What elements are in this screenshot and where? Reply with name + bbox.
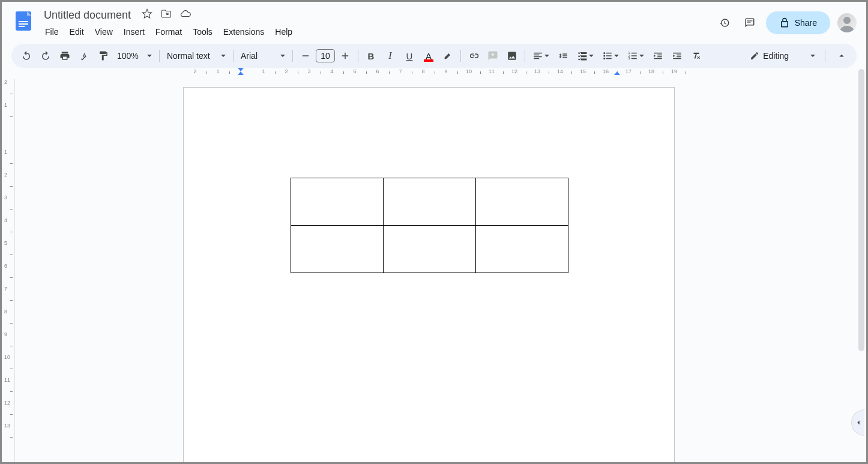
increase-font-size-button[interactable] <box>336 47 354 65</box>
align-button[interactable] <box>529 47 553 65</box>
add-comment-button[interactable] <box>484 47 502 65</box>
document-table[interactable] <box>291 178 568 273</box>
menu-view[interactable]: View <box>90 25 118 39</box>
menu-file[interactable]: File <box>40 25 64 39</box>
document-canvas[interactable] <box>15 79 866 462</box>
paragraph-style-select[interactable]: Normal text <box>163 51 229 61</box>
horizontal-ruler[interactable]: 2112345678910111213141516171819 <box>26 68 866 77</box>
checklist-button[interactable] <box>573 47 597 65</box>
separator <box>825 50 825 62</box>
header-right: Share <box>716 11 857 34</box>
title-icons <box>142 8 191 22</box>
ruler-number: 6 <box>376 68 379 74</box>
zoom-select[interactable]: 100% <box>113 51 155 61</box>
mode-select[interactable]: Editing <box>744 51 821 61</box>
svg-point-6 <box>843 17 851 24</box>
font-select[interactable]: Arial <box>237 51 289 61</box>
decrease-indent-button[interactable] <box>649 47 667 65</box>
svg-rect-4 <box>747 20 752 21</box>
table-cell[interactable] <box>291 226 384 273</box>
share-label: Share <box>795 18 817 28</box>
svg-rect-7 <box>303 55 309 56</box>
history-icon[interactable] <box>716 14 734 32</box>
svg-rect-5 <box>747 22 750 23</box>
bold-button[interactable]: B <box>362 47 380 65</box>
svg-rect-20 <box>631 55 637 56</box>
ruler-number: 7 <box>4 286 7 292</box>
move-icon[interactable] <box>161 8 172 22</box>
font-size-input[interactable] <box>316 49 335 62</box>
star-icon[interactable] <box>142 8 152 22</box>
numbered-list-button[interactable]: 123 <box>624 47 648 65</box>
vertical-ruler[interactable]: 2112345678910111213 <box>2 79 15 462</box>
ruler-number: 9 <box>444 68 447 74</box>
underline-button[interactable]: U <box>400 47 418 65</box>
separator <box>460 50 461 62</box>
vertical-scrollbar[interactable] <box>858 69 864 441</box>
svg-rect-9 <box>345 53 346 59</box>
pencil-icon <box>750 51 759 61</box>
ruler-number: 5 <box>353 68 356 74</box>
bulleted-list-button[interactable] <box>598 47 622 65</box>
table-cell[interactable] <box>384 226 476 273</box>
table-cell[interactable] <box>384 178 476 226</box>
paint-format-button[interactable] <box>94 47 112 65</box>
decrease-font-size-button[interactable] <box>297 47 315 65</box>
chevron-down-icon <box>589 55 594 57</box>
menu-tools[interactable]: Tools <box>188 25 217 39</box>
ruler-number: 15 <box>580 68 586 74</box>
ruler-number: 5 <box>4 240 7 246</box>
collapse-toolbar-button[interactable] <box>833 47 851 65</box>
insert-image-button[interactable] <box>503 47 521 65</box>
menu-edit[interactable]: Edit <box>65 25 89 39</box>
menu-extensions[interactable]: Extensions <box>219 25 269 39</box>
svg-rect-19 <box>631 53 637 54</box>
spellcheck-button[interactable] <box>75 47 93 65</box>
menu-help[interactable]: Help <box>270 25 297 39</box>
chevron-down-icon <box>147 55 152 57</box>
menu-insert[interactable]: Insert <box>119 25 149 39</box>
insert-link-button[interactable] <box>465 47 483 65</box>
scrollbar-thumb[interactable] <box>858 69 864 351</box>
italic-button[interactable]: I <box>381 47 399 65</box>
chevron-down-icon <box>221 55 226 57</box>
share-button[interactable]: Share <box>766 11 830 34</box>
ruler-number: 7 <box>399 68 402 74</box>
ruler-number: 13 <box>4 423 10 429</box>
ruler-number: 6 <box>4 263 7 269</box>
text-color-button[interactable]: A <box>420 47 438 65</box>
highlight-color-button[interactable] <box>439 47 457 65</box>
table-cell[interactable] <box>476 178 568 226</box>
document-title[interactable]: Untitled document <box>40 8 134 23</box>
ruler-number: 1 <box>262 68 265 74</box>
increase-indent-button[interactable] <box>668 47 686 65</box>
ruler-number: 2 <box>4 79 7 85</box>
ruler-number: 11 <box>489 68 495 74</box>
menu-format[interactable]: Format <box>151 25 187 39</box>
undo-button[interactable] <box>17 47 35 65</box>
cloud-status-icon[interactable] <box>180 8 191 22</box>
ruler-number: 12 <box>4 400 10 406</box>
separator <box>159 50 160 62</box>
title-row: Untitled document <box>40 7 716 23</box>
svg-rect-14 <box>606 55 612 56</box>
separator <box>358 50 358 62</box>
ruler-number: 10 <box>466 68 472 74</box>
document-page[interactable] <box>183 87 675 462</box>
svg-rect-1 <box>19 21 28 22</box>
table-cell[interactable] <box>476 226 568 273</box>
docs-logo-icon[interactable] <box>11 9 35 33</box>
chevron-down-icon <box>280 55 285 57</box>
clear-formatting-button[interactable] <box>687 47 705 65</box>
print-button[interactable] <box>56 47 74 65</box>
table-cell[interactable] <box>291 178 384 226</box>
line-spacing-button[interactable] <box>554 47 572 65</box>
avatar[interactable] <box>837 13 857 32</box>
ruler-number: 3 <box>307 68 310 74</box>
redo-button[interactable] <box>37 47 55 65</box>
svg-rect-15 <box>606 58 612 59</box>
comments-icon[interactable] <box>741 14 759 32</box>
ruler-number: 1 <box>4 102 7 108</box>
ruler-number: 3 <box>4 194 7 200</box>
separator <box>525 50 525 62</box>
